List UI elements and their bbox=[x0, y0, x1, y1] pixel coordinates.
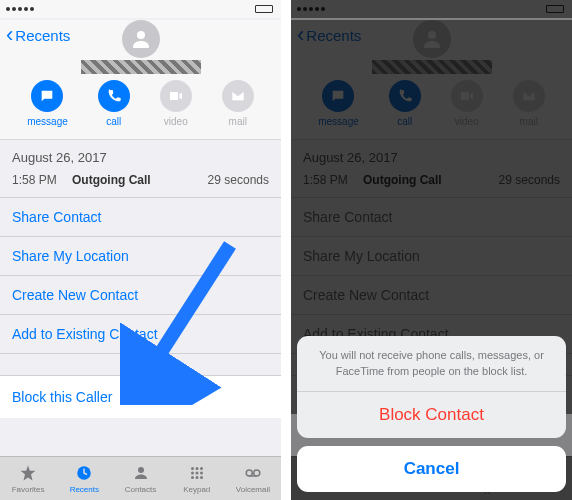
call-type: Outgoing Call bbox=[72, 173, 208, 187]
tab-favorites[interactable]: Favorites bbox=[0, 457, 56, 500]
tab-bar: Favorites Recents Contacts Keypad Voicem… bbox=[0, 456, 281, 500]
svg-point-3 bbox=[191, 467, 194, 470]
tab-keypad[interactable]: Keypad bbox=[169, 457, 225, 500]
svg-point-13 bbox=[254, 470, 260, 476]
call-time: 1:58 PM bbox=[12, 173, 72, 187]
svg-point-9 bbox=[191, 476, 194, 479]
svg-point-4 bbox=[195, 467, 198, 470]
contact-name-redacted bbox=[81, 60, 201, 74]
svg-line-15 bbox=[140, 245, 230, 385]
tab-recents[interactable]: Recents bbox=[56, 457, 112, 500]
svg-point-8 bbox=[200, 472, 203, 475]
svg-point-2 bbox=[138, 467, 144, 473]
action-sheet: You will not receive phone calls, messag… bbox=[297, 336, 566, 492]
star-icon bbox=[19, 463, 37, 483]
message-button[interactable]: message bbox=[27, 80, 68, 127]
tab-voicemail[interactable]: Voicemail bbox=[225, 457, 281, 500]
call-duration: 29 seconds bbox=[208, 173, 269, 187]
right-phone: ‹ Recents message call video mail bbox=[291, 0, 572, 500]
call-button[interactable]: call bbox=[98, 80, 130, 127]
svg-point-10 bbox=[195, 476, 198, 479]
svg-point-7 bbox=[195, 472, 198, 475]
phone-icon bbox=[98, 80, 130, 112]
voicemail-icon bbox=[244, 463, 262, 483]
clock-icon bbox=[75, 463, 93, 483]
mail-button[interactable]: mail bbox=[222, 80, 254, 127]
block-contact-button[interactable]: Block Contact bbox=[297, 392, 566, 438]
chevron-left-icon: ‹ bbox=[6, 24, 13, 46]
sheet-message: You will not receive phone calls, messag… bbox=[297, 336, 566, 392]
svg-point-11 bbox=[200, 476, 203, 479]
left-phone: ‹ Recents message call video mail bbox=[0, 0, 281, 500]
video-button[interactable]: video bbox=[160, 80, 192, 127]
message-icon bbox=[31, 80, 63, 112]
keypad-icon bbox=[188, 463, 206, 483]
back-label: Recents bbox=[15, 27, 70, 44]
svg-point-5 bbox=[200, 467, 203, 470]
call-date: August 26, 2017 bbox=[0, 140, 281, 169]
svg-point-12 bbox=[246, 470, 252, 476]
contact-icon bbox=[132, 463, 150, 483]
video-icon bbox=[160, 80, 192, 112]
cancel-button[interactable]: Cancel bbox=[297, 446, 566, 492]
status-bar bbox=[0, 0, 281, 18]
mail-icon bbox=[222, 80, 254, 112]
svg-point-0 bbox=[137, 31, 145, 39]
call-log-row: 1:58 PM Outgoing Call 29 seconds bbox=[0, 169, 281, 198]
back-button[interactable]: ‹ Recents bbox=[6, 24, 70, 46]
contact-header: ‹ Recents message call video mail bbox=[0, 20, 281, 140]
avatar bbox=[122, 20, 160, 58]
annotation-arrow bbox=[120, 230, 250, 405]
tab-contacts[interactable]: Contacts bbox=[112, 457, 168, 500]
svg-point-6 bbox=[191, 472, 194, 475]
